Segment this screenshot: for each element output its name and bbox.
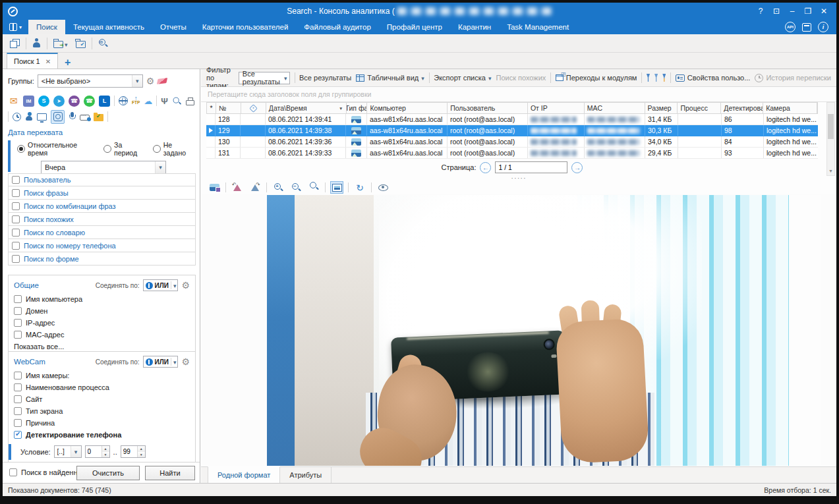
header-size[interactable]: Размер — [645, 103, 678, 113]
period-select[interactable]: Вчера — [41, 161, 166, 174]
webcam-reason[interactable]: Причина — [14, 419, 190, 427]
checkbox[interactable] — [12, 202, 20, 210]
header-detected[interactable]: Детектирова — [721, 103, 763, 113]
user-search-button[interactable] — [30, 37, 43, 49]
tab-search[interactable]: Поиск — [28, 20, 65, 34]
fit-window-button[interactable] — [330, 181, 343, 194]
maximize-icon[interactable]: ❐ — [801, 5, 815, 18]
table-row[interactable]: 131 08.06.2021 14:39:33 aas-w81x64ru.aas… — [206, 148, 818, 159]
checkbox[interactable] — [14, 319, 22, 327]
find-button[interactable]: Найти — [145, 466, 195, 480]
funnel-custom-icon[interactable] — [662, 74, 666, 82]
header-computer[interactable]: Компьютер — [367, 103, 448, 113]
funnel-icon[interactable] — [647, 74, 650, 82]
header-process[interactable]: Процесс — [678, 103, 721, 113]
group-by-bar[interactable]: Перетащите сюда заголовок поля для групп… — [201, 87, 836, 102]
common-domain[interactable]: Домен — [14, 307, 190, 315]
filter-by-type-select[interactable]: Все результаты — [239, 72, 290, 84]
table-row[interactable]: 128 08.06.2021 14:39:41 aas-w81x64ru.aas… — [206, 114, 818, 125]
tab-reports[interactable]: Отчеты — [152, 20, 194, 34]
all-results-button[interactable]: Все результаты — [299, 74, 351, 82]
monitor-channel-icon[interactable] — [37, 113, 47, 121]
viber-channel-icon[interactable]: ☎ — [69, 96, 80, 107]
lync-channel-icon[interactable]: L — [99, 96, 110, 107]
rotate-left-button[interactable] — [231, 181, 244, 194]
mail-channel-icon[interactable]: ✉ — [8, 96, 19, 107]
header-datetime[interactable]: Дата\Время — [266, 103, 347, 113]
splitter-handle[interactable] — [201, 176, 836, 181]
radio-not-set[interactable] — [153, 145, 161, 153]
checkbox[interactable] — [12, 255, 20, 263]
common-mac-address[interactable]: MAC-адрес — [14, 331, 190, 339]
header-from-ip[interactable]: От IP — [528, 103, 585, 113]
microphone-channel-icon[interactable] — [69, 112, 76, 122]
spin-down-icon[interactable]: ▼ — [102, 452, 109, 458]
page-input[interactable] — [495, 161, 567, 173]
http-channel-icon[interactable] — [119, 96, 128, 105]
header-num[interactable]: № — [216, 103, 241, 113]
folder-export-button[interactable] — [51, 36, 70, 51]
files-channel-icon[interactable] — [94, 114, 103, 121]
groups-select[interactable]: <Не выбрано> — [38, 74, 143, 88]
clock-channel-icon[interactable] — [13, 113, 21, 121]
checkbox-checked[interactable] — [14, 431, 22, 439]
filter-section-dictionary[interactable]: Поиск по словарю — [8, 226, 196, 239]
checkbox[interactable] — [14, 295, 22, 303]
user-properties-button[interactable]: Свойства пользо... — [676, 74, 751, 82]
webcam-camera-name[interactable]: Имя камеры: — [14, 372, 190, 379]
new-tab-button[interactable]: + — [58, 57, 77, 69]
filter-section-similar[interactable]: Поиск похожих — [8, 213, 196, 226]
checkbox[interactable] — [14, 419, 22, 427]
zoom-in-button[interactable]: + — [272, 181, 285, 194]
tab-native-format[interactable]: Родной формат — [208, 466, 280, 483]
header-marker[interactable]: * — [207, 103, 216, 113]
table-row-selected[interactable]: 129 08.06.2021 14:39:38 aas-w81x64ru.aas… — [206, 125, 818, 136]
webcam-screen-type[interactable]: Тип экрана — [14, 407, 190, 415]
minimize-icon[interactable]: – — [785, 5, 799, 18]
scroll-down-icon[interactable]: ▼ — [827, 167, 834, 175]
im-channel-icon[interactable]: IM — [23, 96, 34, 107]
rotate-right-button[interactable] — [248, 181, 262, 194]
cascade-windows-button[interactable] — [8, 38, 22, 49]
chevron-down-icon[interactable] — [171, 281, 177, 289]
table-view-button[interactable]: Табличный вид — [356, 74, 424, 82]
spin-down-icon[interactable]: ▼ — [138, 452, 145, 458]
funnel-clear-icon[interactable] — [654, 74, 658, 82]
tab-profile-center[interactable]: Профайл центр — [379, 20, 450, 34]
checkbox[interactable] — [12, 189, 20, 197]
table-row[interactable]: 130 08.06.2021 14:39:36 aas-w81x64ru.aas… — [206, 136, 818, 148]
webcam-site[interactable]: Сайт — [14, 395, 190, 403]
checkbox[interactable] — [14, 331, 22, 339]
checkbox[interactable] — [9, 468, 17, 476]
packages-icon[interactable] — [802, 23, 811, 32]
chevron-down-icon[interactable] — [171, 358, 177, 366]
checkbox[interactable] — [12, 176, 20, 184]
tab-current-activity[interactable]: Текущая активность — [65, 20, 152, 34]
checkbox[interactable] — [14, 307, 22, 315]
folder-import-button[interactable] — [74, 38, 88, 49]
cloud-channel-icon[interactable]: ☁ — [144, 96, 152, 106]
modules-button[interactable]: Переходы к модулям — [556, 74, 637, 82]
tab-task-management[interactable]: Task Management — [499, 20, 577, 34]
api-icon[interactable]: API — [785, 22, 796, 32]
next-page-icon[interactable]: → — [571, 162, 583, 173]
help-icon[interactable]: ? — [753, 5, 768, 18]
checkbox[interactable] — [14, 383, 22, 391]
common-ip-address[interactable]: IP-адрес — [14, 319, 190, 327]
filter-section-user[interactable]: Пользователь — [8, 173, 196, 186]
condition-to-input[interactable] — [121, 446, 137, 457]
show-all-link[interactable]: Показать все... — [14, 343, 190, 350]
telegram-channel-icon[interactable]: ➤ — [53, 96, 65, 107]
zoom-out-button[interactable]: − — [289, 181, 303, 194]
filter-section-phrase-combo[interactable]: Поиск по комбинации фраз — [8, 200, 196, 213]
condition-to-stepper[interactable]: ▲▼ — [121, 445, 146, 458]
checkbox[interactable] — [12, 215, 20, 223]
chevron-down-icon[interactable] — [132, 75, 142, 87]
clear-button[interactable]: Очистить — [76, 466, 140, 480]
header-camera[interactable]: Камера — [763, 103, 817, 113]
radio-period[interactable] — [103, 145, 111, 153]
table-scrollbar[interactable]: ▼ — [826, 102, 835, 176]
gear-icon[interactable] — [146, 76, 155, 86]
ftp-channel-icon[interactable]: FTP — [132, 97, 140, 105]
info-icon[interactable]: i — [818, 22, 828, 32]
